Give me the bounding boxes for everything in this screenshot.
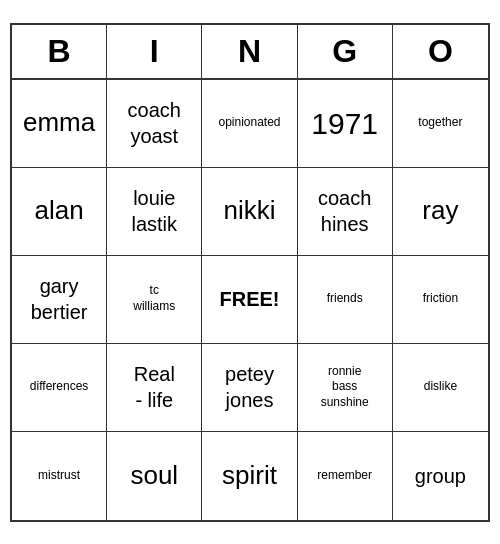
cell-text: louielastik [132, 185, 178, 237]
bingo-cell: together [393, 80, 488, 168]
cell-text: group [415, 463, 466, 489]
bingo-cell: coachyoast [107, 80, 202, 168]
cell-text: Real- life [134, 361, 175, 413]
cell-text: ray [422, 194, 458, 228]
cell-text: coachhines [318, 185, 371, 237]
cell-text: alan [35, 194, 84, 228]
bingo-cell: mistrust [12, 432, 107, 520]
bingo-cell: differences [12, 344, 107, 432]
cell-text: tcwilliams [133, 283, 175, 314]
cell-text: friends [327, 291, 363, 307]
cell-text: FREE! [219, 286, 279, 312]
cell-text: mistrust [38, 468, 80, 484]
cell-text: differences [30, 379, 88, 395]
bingo-cell: garybertier [12, 256, 107, 344]
bingo-header: BINGO [12, 25, 488, 80]
header-letter: I [107, 25, 202, 78]
bingo-cell: ray [393, 168, 488, 256]
header-letter: N [202, 25, 297, 78]
cell-text: friction [423, 291, 458, 307]
bingo-card: BINGO emmacoachyoastopinionated1971toget… [10, 23, 490, 522]
bingo-cell: peteyjones [202, 344, 297, 432]
bingo-cell: alan [12, 168, 107, 256]
cell-text: garybertier [31, 273, 88, 325]
header-letter: B [12, 25, 107, 78]
cell-text: soul [130, 459, 178, 493]
bingo-cell: FREE! [202, 256, 297, 344]
bingo-cell: 1971 [298, 80, 393, 168]
cell-text: nikki [223, 194, 275, 228]
header-letter: O [393, 25, 488, 78]
bingo-cell: group [393, 432, 488, 520]
bingo-cell: friction [393, 256, 488, 344]
cell-text: peteyjones [225, 361, 274, 413]
bingo-cell: dislike [393, 344, 488, 432]
header-letter: G [298, 25, 393, 78]
bingo-cell: emma [12, 80, 107, 168]
bingo-cell: opinionated [202, 80, 297, 168]
cell-text: ronniebasssunshine [321, 364, 369, 411]
bingo-cell: friends [298, 256, 393, 344]
bingo-cell: coachhines [298, 168, 393, 256]
cell-text: dislike [424, 379, 457, 395]
bingo-cell: tcwilliams [107, 256, 202, 344]
cell-text: spirit [222, 459, 277, 493]
bingo-cell: louielastik [107, 168, 202, 256]
bingo-cell: nikki [202, 168, 297, 256]
bingo-cell: soul [107, 432, 202, 520]
cell-text: 1971 [311, 104, 378, 143]
bingo-cell: Real- life [107, 344, 202, 432]
cell-text: together [418, 115, 462, 131]
bingo-cell: spirit [202, 432, 297, 520]
bingo-cell: remember [298, 432, 393, 520]
cell-text: emma [23, 106, 95, 140]
bingo-cell: ronniebasssunshine [298, 344, 393, 432]
bingo-grid: emmacoachyoastopinionated1971togetherala… [12, 80, 488, 520]
cell-text: coachyoast [128, 97, 181, 149]
cell-text: remember [317, 468, 372, 484]
cell-text: opinionated [218, 115, 280, 131]
